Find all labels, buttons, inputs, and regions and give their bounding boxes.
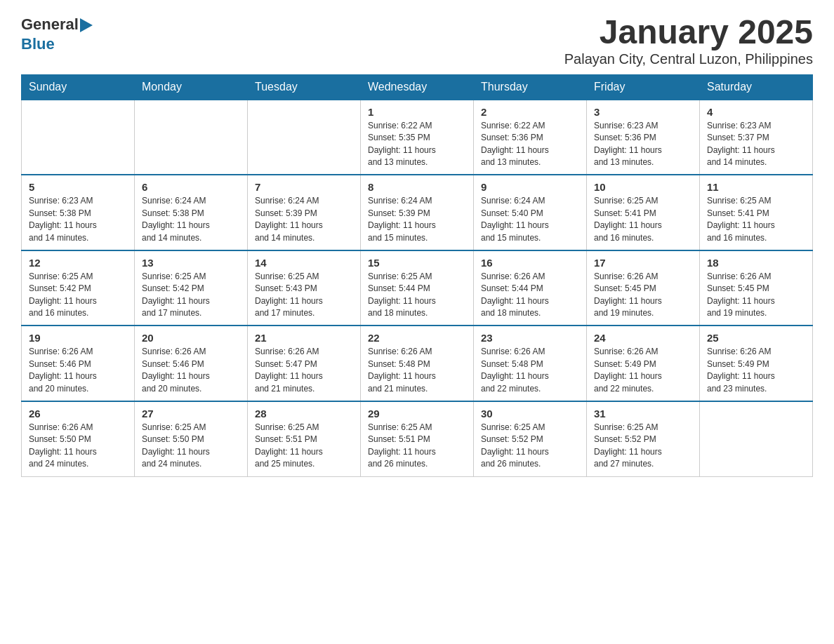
calendar-week-row: 5Sunrise: 6:23 AM Sunset: 5:38 PM Daylig… <box>22 175 813 250</box>
day-number: 27 <box>142 408 240 420</box>
calendar-cell: 11Sunrise: 6:25 AM Sunset: 5:41 PM Dayli… <box>700 175 813 250</box>
day-number: 5 <box>29 181 127 193</box>
calendar-cell: 22Sunrise: 6:26 AM Sunset: 5:48 PM Dayli… <box>361 326 474 401</box>
calendar-week-row: 1Sunrise: 6:22 AM Sunset: 5:35 PM Daylig… <box>22 100 813 175</box>
calendar-cell: 27Sunrise: 6:25 AM Sunset: 5:50 PM Dayli… <box>135 401 248 476</box>
day-number: 11 <box>707 181 805 193</box>
calendar-cell: 9Sunrise: 6:24 AM Sunset: 5:40 PM Daylig… <box>474 175 587 250</box>
calendar-header-row: SundayMondayTuesdayWednesdayThursdayFrid… <box>22 74 813 100</box>
calendar-cell: 17Sunrise: 6:26 AM Sunset: 5:45 PM Dayli… <box>587 250 700 326</box>
calendar-cell: 24Sunrise: 6:26 AM Sunset: 5:49 PM Dayli… <box>587 326 700 401</box>
day-number: 14 <box>255 257 353 269</box>
day-info: Sunrise: 6:25 AM Sunset: 5:50 PM Dayligh… <box>142 422 240 471</box>
day-info: Sunrise: 6:26 AM Sunset: 5:44 PM Dayligh… <box>481 271 579 320</box>
day-info: Sunrise: 6:25 AM Sunset: 5:51 PM Dayligh… <box>255 422 353 471</box>
weekday-header: Sunday <box>22 74 135 100</box>
day-info: Sunrise: 6:23 AM Sunset: 5:38 PM Dayligh… <box>29 195 127 244</box>
day-number: 23 <box>481 332 579 344</box>
day-number: 4 <box>707 106 805 118</box>
calendar-week-row: 26Sunrise: 6:26 AM Sunset: 5:50 PM Dayli… <box>22 401 813 476</box>
day-info: Sunrise: 6:25 AM Sunset: 5:43 PM Dayligh… <box>255 271 353 320</box>
day-number: 26 <box>29 408 127 420</box>
day-number: 13 <box>142 257 240 269</box>
day-info: Sunrise: 6:26 AM Sunset: 5:47 PM Dayligh… <box>255 346 353 395</box>
day-number: 1 <box>368 106 466 118</box>
calendar-cell: 20Sunrise: 6:26 AM Sunset: 5:46 PM Dayli… <box>135 326 248 401</box>
calendar-week-row: 12Sunrise: 6:25 AM Sunset: 5:42 PM Dayli… <box>22 250 813 326</box>
title-block: January 2025 Palayan City, Central Luzon… <box>564 14 813 67</box>
logo: General Blue <box>21 14 93 53</box>
calendar-cell: 18Sunrise: 6:26 AM Sunset: 5:45 PM Dayli… <box>700 250 813 326</box>
weekday-header: Friday <box>587 74 700 100</box>
day-number: 25 <box>707 332 805 344</box>
page-title: January 2025 <box>564 14 813 51</box>
day-number: 7 <box>255 181 353 193</box>
day-number: 9 <box>481 181 579 193</box>
day-info: Sunrise: 6:25 AM Sunset: 5:52 PM Dayligh… <box>481 422 579 471</box>
day-number: 15 <box>368 257 466 269</box>
calendar-cell: 5Sunrise: 6:23 AM Sunset: 5:38 PM Daylig… <box>22 175 135 250</box>
calendar-week-row: 19Sunrise: 6:26 AM Sunset: 5:46 PM Dayli… <box>22 326 813 401</box>
calendar-cell: 3Sunrise: 6:23 AM Sunset: 5:36 PM Daylig… <box>587 100 700 175</box>
day-number: 24 <box>594 332 692 344</box>
svg-marker-0 <box>80 18 93 32</box>
day-info: Sunrise: 6:26 AM Sunset: 5:48 PM Dayligh… <box>481 346 579 395</box>
day-info: Sunrise: 6:26 AM Sunset: 5:50 PM Dayligh… <box>29 422 127 471</box>
day-number: 31 <box>594 408 692 420</box>
day-number: 17 <box>594 257 692 269</box>
day-info: Sunrise: 6:26 AM Sunset: 5:46 PM Dayligh… <box>29 346 127 395</box>
day-number: 2 <box>481 106 579 118</box>
weekday-header: Wednesday <box>361 74 474 100</box>
day-number: 19 <box>29 332 127 344</box>
calendar-cell: 26Sunrise: 6:26 AM Sunset: 5:50 PM Dayli… <box>22 401 135 476</box>
calendar-cell: 25Sunrise: 6:26 AM Sunset: 5:49 PM Dayli… <box>700 326 813 401</box>
calendar-cell: 21Sunrise: 6:26 AM Sunset: 5:47 PM Dayli… <box>248 326 361 401</box>
calendar-cell: 2Sunrise: 6:22 AM Sunset: 5:36 PM Daylig… <box>474 100 587 175</box>
calendar-cell <box>248 100 361 175</box>
weekday-header: Saturday <box>700 74 813 100</box>
calendar-cell: 6Sunrise: 6:24 AM Sunset: 5:38 PM Daylig… <box>135 175 248 250</box>
calendar-cell: 7Sunrise: 6:24 AM Sunset: 5:39 PM Daylig… <box>248 175 361 250</box>
calendar-cell <box>22 100 135 175</box>
day-info: Sunrise: 6:26 AM Sunset: 5:45 PM Dayligh… <box>594 271 692 320</box>
calendar-cell: 1Sunrise: 6:22 AM Sunset: 5:35 PM Daylig… <box>361 100 474 175</box>
day-info: Sunrise: 6:25 AM Sunset: 5:41 PM Dayligh… <box>707 195 805 244</box>
day-info: Sunrise: 6:24 AM Sunset: 5:39 PM Dayligh… <box>368 195 466 244</box>
day-info: Sunrise: 6:25 AM Sunset: 5:52 PM Dayligh… <box>594 422 692 471</box>
calendar-cell: 29Sunrise: 6:25 AM Sunset: 5:51 PM Dayli… <box>361 401 474 476</box>
day-info: Sunrise: 6:26 AM Sunset: 5:49 PM Dayligh… <box>594 346 692 395</box>
day-info: Sunrise: 6:25 AM Sunset: 5:44 PM Dayligh… <box>368 271 466 320</box>
day-info: Sunrise: 6:23 AM Sunset: 5:36 PM Dayligh… <box>594 120 692 169</box>
day-number: 10 <box>594 181 692 193</box>
calendar-cell: 28Sunrise: 6:25 AM Sunset: 5:51 PM Dayli… <box>248 401 361 476</box>
day-number: 8 <box>368 181 466 193</box>
day-info: Sunrise: 6:24 AM Sunset: 5:40 PM Dayligh… <box>481 195 579 244</box>
logo-arrow-icon <box>80 18 93 32</box>
calendar-cell: 12Sunrise: 6:25 AM Sunset: 5:42 PM Dayli… <box>22 250 135 326</box>
day-info: Sunrise: 6:26 AM Sunset: 5:49 PM Dayligh… <box>707 346 805 395</box>
day-number: 30 <box>481 408 579 420</box>
day-number: 28 <box>255 408 353 420</box>
weekday-header: Thursday <box>474 74 587 100</box>
day-info: Sunrise: 6:25 AM Sunset: 5:42 PM Dayligh… <box>142 271 240 320</box>
day-info: Sunrise: 6:22 AM Sunset: 5:36 PM Dayligh… <box>481 120 579 169</box>
calendar-cell <box>700 401 813 476</box>
page-header: General Blue January 2025 Palayan City, … <box>21 14 813 67</box>
calendar-cell: 4Sunrise: 6:23 AM Sunset: 5:37 PM Daylig… <box>700 100 813 175</box>
calendar-cell: 8Sunrise: 6:24 AM Sunset: 5:39 PM Daylig… <box>361 175 474 250</box>
day-number: 12 <box>29 257 127 269</box>
calendar-cell: 15Sunrise: 6:25 AM Sunset: 5:44 PM Dayli… <box>361 250 474 326</box>
calendar-cell: 16Sunrise: 6:26 AM Sunset: 5:44 PM Dayli… <box>474 250 587 326</box>
logo-general: General <box>21 15 79 34</box>
day-number: 20 <box>142 332 240 344</box>
calendar-cell: 14Sunrise: 6:25 AM Sunset: 5:43 PM Dayli… <box>248 250 361 326</box>
day-number: 16 <box>481 257 579 269</box>
calendar-cell: 13Sunrise: 6:25 AM Sunset: 5:42 PM Dayli… <box>135 250 248 326</box>
day-info: Sunrise: 6:23 AM Sunset: 5:37 PM Dayligh… <box>707 120 805 169</box>
calendar-cell: 31Sunrise: 6:25 AM Sunset: 5:52 PM Dayli… <box>587 401 700 476</box>
day-info: Sunrise: 6:22 AM Sunset: 5:35 PM Dayligh… <box>368 120 466 169</box>
logo-blue: Blue <box>21 35 55 53</box>
day-info: Sunrise: 6:25 AM Sunset: 5:41 PM Dayligh… <box>594 195 692 244</box>
day-info: Sunrise: 6:26 AM Sunset: 5:46 PM Dayligh… <box>142 346 240 395</box>
calendar-cell: 10Sunrise: 6:25 AM Sunset: 5:41 PM Dayli… <box>587 175 700 250</box>
